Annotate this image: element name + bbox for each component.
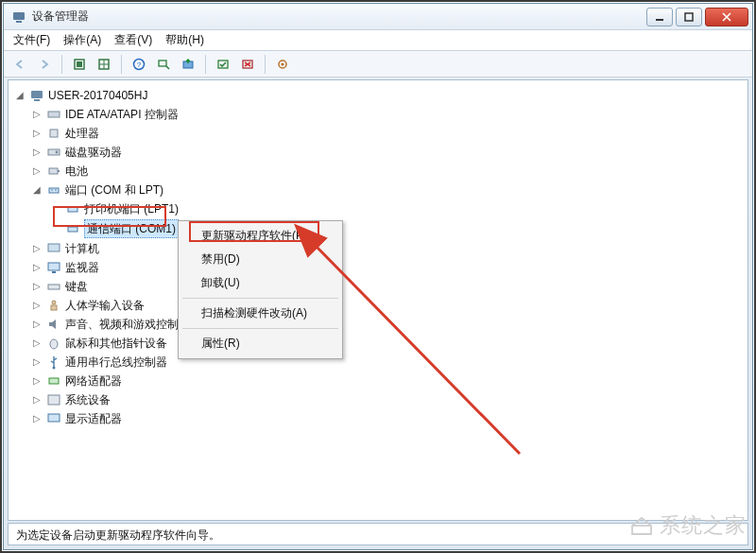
help-button[interactable]: ? [129,54,149,75]
svg-text:?: ? [137,60,142,69]
svg-rect-1 [16,21,22,23]
minimize-button[interactable] [646,8,673,26]
svg-rect-22 [34,99,40,101]
tree-item-mouse[interactable]: ▷鼠标和其他指针设备 [31,334,744,353]
menu-view[interactable]: 查看(V) [114,32,152,48]
computer-icon [29,88,44,103]
expand-icon[interactable]: ▷ [31,354,43,371]
drive-icon [46,107,61,122]
svg-rect-44 [48,414,60,422]
port-icon [65,201,80,216]
expand-icon[interactable]: ▷ [31,278,43,295]
battery-icon [46,164,61,179]
expand-icon[interactable]: ▷ [31,125,43,142]
expand-icon[interactable]: ▷ [31,163,43,180]
close-button[interactable] [705,8,748,26]
watermark: 系统之家 [629,511,747,540]
update-driver-button[interactable] [178,54,198,75]
svg-rect-27 [49,168,58,174]
ctx-disable[interactable]: 禁用(D) [180,248,340,271]
svg-rect-0 [13,12,25,20]
expand-icon[interactable]: ▷ [31,391,43,408]
svg-rect-42 [49,378,59,384]
expand-icon[interactable]: ▷ [31,335,43,352]
monitor-icon [46,260,61,275]
ctx-properties[interactable]: 属性(R) [180,332,340,355]
svg-rect-2 [656,19,663,21]
menu-help[interactable]: 帮助(H) [165,32,204,48]
nav-forward-button [34,54,55,75]
sound-icon [46,317,61,332]
expand-icon[interactable]: ▷ [31,240,43,257]
svg-point-20 [281,62,284,65]
collapse-icon[interactable]: ◢ [14,87,26,104]
menubar: 文件(F) 操作(A) 查看(V) 帮助(H) [4,30,752,51]
expand-icon[interactable]: ▷ [31,316,43,333]
tree-item-network[interactable]: ▷网络适配器 [31,372,744,390]
svg-point-41 [53,367,56,370]
port-icon [46,182,61,198]
tree-item-battery[interactable]: ▷电池 [31,162,744,181]
display-icon [46,411,61,426]
root-label: USER-20170405HJ [48,87,147,104]
tree-item-disk[interactable]: ▷磁盘驱动器 [31,143,744,162]
tree-root[interactable]: ◢ USER-20170405HJ [14,86,744,105]
svg-rect-32 [68,207,77,212]
svg-rect-3 [685,13,693,21]
tree-item-display[interactable]: ▷显示适配器 [31,409,744,428]
scan-hardware-button[interactable] [153,54,174,75]
svg-rect-7 [77,61,82,67]
tree-item-lpt1[interactable]: ▷打印机端口 (LPT1) [50,199,744,218]
enable-button[interactable] [213,54,233,75]
uninstall-button[interactable] [237,54,258,75]
expand-icon[interactable]: ▷ [31,144,43,161]
tree-item-computer[interactable]: ▷计算机 [31,239,744,258]
tree-item-ports[interactable]: ◢端口 (COM 和 LPT) [31,181,744,199]
tree-item-com1[interactable]: ▷通信端口 (COM1) [50,218,744,239]
svg-rect-43 [48,395,60,405]
svg-rect-28 [58,170,60,172]
ctx-uninstall[interactable]: 卸载(U) [180,271,340,295]
svg-point-31 [55,189,57,191]
ctx-update-driver[interactable]: 更新驱动程序软件(P)... [180,224,340,248]
expand-icon[interactable]: ▷ [31,410,43,427]
tree-item-sound[interactable]: ▷声音、视频和游戏控制器 [31,315,744,334]
svg-point-26 [56,151,59,154]
svg-rect-39 [51,305,57,310]
context-menu: 更新驱动程序软件(P)... 禁用(D) 卸载(U) 扫描检测硬件改动(A) 属… [178,220,343,359]
tree-item-usb[interactable]: ▷通用串行总线控制器 [31,353,744,372]
disk-icon [46,145,61,160]
svg-rect-29 [49,188,59,193]
view-details-button[interactable] [94,54,114,75]
keyboard-icon [46,279,61,294]
show-hidden-button[interactable] [69,54,90,75]
separator [182,298,338,299]
expand-icon[interactable]: ▷ [31,259,43,276]
svg-rect-33 [68,227,77,232]
expand-icon[interactable]: ▷ [31,106,43,123]
properties-button[interactable] [272,54,293,75]
tree-item-system[interactable]: ▷系统设备 [31,390,744,409]
cpu-icon [46,126,61,141]
svg-rect-34 [48,244,60,251]
svg-rect-36 [52,271,56,273]
svg-point-30 [51,189,53,191]
tree-item-cpu[interactable]: ▷处理器 [31,124,744,143]
expand-icon[interactable]: ▷ [31,297,43,314]
tree-item-keyboard[interactable]: ▷键盘 [31,277,744,296]
tree-item-monitor[interactable]: ▷监视器 [31,258,744,277]
svg-rect-24 [50,130,58,137]
expand-icon[interactable]: ▷ [31,372,43,389]
tree-item-ide[interactable]: ▷IDE ATA/ATAPI 控制器 [31,105,744,124]
svg-point-40 [50,339,58,349]
menu-file[interactable]: 文件(F) [13,32,50,48]
status-text: 为选定设备启动更新驱动程序软件向导。 [16,528,220,542]
tree-item-hid[interactable]: ▷人体学输入设备 [31,296,744,315]
window-title: 设备管理器 [32,9,644,25]
ctx-scan[interactable]: 扫描检测硬件改动(A) [180,302,340,325]
svg-rect-13 [159,60,166,66]
collapse-icon[interactable]: ◢ [31,181,43,199]
network-icon [46,373,61,389]
maximize-button[interactable] [676,8,702,26]
menu-action[interactable]: 操作(A) [63,32,101,48]
